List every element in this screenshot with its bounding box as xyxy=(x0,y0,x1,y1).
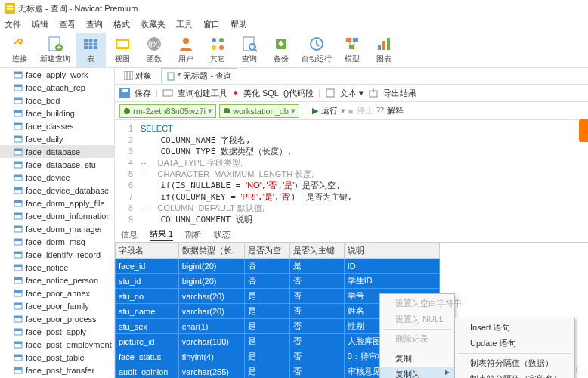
ctx-blank[interactable]: 设置为空白字符串 xyxy=(380,296,454,311)
toolbar-new-query[interactable]: +新建查询 xyxy=(36,33,74,67)
tree-item[interactable]: face_dorm_msg xyxy=(0,235,114,248)
tree-item[interactable]: face_poor_process xyxy=(0,312,114,325)
menu-edit[interactable]: 编辑 xyxy=(32,19,48,30)
text-button[interactable]: 文本 ▾ xyxy=(340,88,364,99)
tree-item[interactable]: face_dorm_information xyxy=(0,209,114,222)
ctx2-update[interactable]: Update 语句 xyxy=(455,336,574,352)
svg-rect-42 xyxy=(14,123,22,125)
ctx2-insert[interactable]: Insert 语句 xyxy=(455,320,574,336)
tab-profile[interactable]: 剖析 xyxy=(185,229,202,240)
connect-icon xyxy=(11,36,28,52)
toolbar-chart[interactable]: 图表 xyxy=(369,33,399,67)
plug-icon xyxy=(123,107,131,115)
tree-item[interactable]: face_database_stu xyxy=(0,158,114,171)
col-header[interactable]: 字段名 xyxy=(116,243,179,259)
tab-query[interactable]: * 无标题 - 查询 xyxy=(161,68,237,83)
tree-item[interactable]: face_daily xyxy=(0,132,114,145)
beautify-button[interactable]: 美化 SQL xyxy=(243,88,279,99)
table-icon xyxy=(14,289,23,298)
menu-query[interactable]: 查询 xyxy=(86,19,103,30)
ctx-copyas[interactable]: 复制为 xyxy=(380,367,454,378)
menu-window[interactable]: 窗口 xyxy=(203,19,220,30)
explain-button[interactable]: 解释 xyxy=(387,105,404,116)
tree-item[interactable]: face_bed xyxy=(0,94,114,107)
tree-item[interactable]: face_dorm_manager xyxy=(0,222,114,235)
menu-view[interactable]: 查看 xyxy=(59,19,76,30)
toolbar-query[interactable]: 查询 xyxy=(234,33,265,67)
toolbar-model[interactable]: 模型 xyxy=(337,33,367,67)
db-dropdown[interactable]: workstation_db▾ xyxy=(219,104,299,118)
context-submenu[interactable]: Insert 语句 Update 语句 制表符分隔值（数据） 制表符分隔值（字段… xyxy=(454,318,575,378)
save-icon[interactable] xyxy=(119,88,130,98)
toolbar-view[interactable]: 视图 xyxy=(107,33,138,67)
toolbar-auto[interactable]: 自动运行 xyxy=(298,33,336,67)
ctx2-tsv-data[interactable]: 制表符分隔值（数据） xyxy=(455,355,574,371)
svg-rect-26 xyxy=(353,38,358,42)
tree-item[interactable]: face_post_table xyxy=(0,351,114,364)
tree-item[interactable]: face_device xyxy=(0,171,114,184)
svg-rect-66 xyxy=(14,277,22,280)
ctx2-tsv-fields[interactable]: 制表符分隔值（字段名） xyxy=(455,371,574,378)
tree-item[interactable]: face_post_transfer xyxy=(0,364,114,376)
menu-favorites[interactable]: 收藏夹 xyxy=(141,19,166,30)
tree-item[interactable]: face_device_database xyxy=(0,184,114,197)
builder-icon[interactable] xyxy=(162,88,173,98)
tree-item[interactable]: face_post_employment xyxy=(0,338,114,351)
tree-item[interactable]: face_apply_work xyxy=(0,68,114,81)
tab-objects[interactable]: 对象 xyxy=(119,69,156,83)
col-header[interactable]: 数据类型（长. xyxy=(178,243,245,259)
sidebar-tree[interactable]: face_apply_workface_attach_repface_bedfa… xyxy=(0,68,115,378)
tree-item[interactable]: face_poor_annex xyxy=(0,287,114,299)
auto-icon xyxy=(308,36,325,52)
export-button[interactable]: 导出结果 xyxy=(383,88,416,99)
menu-help[interactable]: 帮助 xyxy=(231,19,247,30)
svg-rect-2 xyxy=(7,8,14,10)
sql-editor[interactable]: 1SELECT 2 COLUMN_NAME 字段名, 3 COLUMN_TYPE… xyxy=(115,120,588,228)
run-button[interactable]: 运行 xyxy=(321,105,338,116)
toolbar-function[interactable]: f(x)函数 xyxy=(139,33,169,67)
col-header[interactable]: 说明 xyxy=(344,243,439,259)
text-icon[interactable] xyxy=(325,88,336,98)
table-row[interactable]: stu_idbigint(20)否否学生ID xyxy=(116,274,440,289)
tree-item[interactable]: face_notice xyxy=(0,261,114,274)
builder-button[interactable]: 查询创建工具 xyxy=(178,88,227,99)
toolbar-user[interactable]: 用户 xyxy=(171,33,201,67)
doc-icon xyxy=(166,72,175,81)
tree-item[interactable]: face_identify_record xyxy=(0,248,114,261)
save-button[interactable]: 保存 xyxy=(135,88,151,99)
ctx-null[interactable]: 设置为 NULL xyxy=(380,311,454,327)
context-menu[interactable]: 设置为空白字符串 设置为 NULL 删除记录 复制 复制为 粘贴 显示 xyxy=(379,293,455,378)
table-row[interactable]: face_idbigint(20)否是ID xyxy=(116,259,440,274)
table-icon xyxy=(14,96,23,105)
toolbar-other[interactable]: 其它 xyxy=(203,33,233,67)
tree-item[interactable]: face_dorm_apply_file xyxy=(0,197,114,209)
tree-item[interactable]: face_classes xyxy=(0,119,114,132)
tab-info[interactable]: 信息 xyxy=(121,229,138,240)
menu-file[interactable]: 文件 xyxy=(5,19,21,30)
tree-item[interactable]: face_attach_rep xyxy=(0,81,114,94)
svg-rect-50 xyxy=(14,175,22,177)
ctx-copy[interactable]: 复制 xyxy=(380,351,454,367)
svg-rect-36 xyxy=(14,85,22,87)
toolbar-connect[interactable]: 连接 xyxy=(5,33,35,67)
code-button[interactable]: ()代码段 xyxy=(283,88,314,99)
ctx-delete[interactable]: 删除记录 xyxy=(380,331,454,347)
tree-item[interactable]: face_building xyxy=(0,107,114,119)
toolbar-backup[interactable]: 备份 xyxy=(266,33,296,67)
svg-point-19 xyxy=(219,45,224,50)
svg-rect-48 xyxy=(14,162,22,164)
menu-tools[interactable]: 工具 xyxy=(176,19,193,30)
tree-item[interactable]: face_notice_person xyxy=(0,274,114,287)
tree-item[interactable]: face_poor_family xyxy=(0,299,114,312)
tree-item[interactable]: face_post_apply xyxy=(0,325,114,338)
col-header[interactable]: 是否为空 xyxy=(245,243,290,259)
svg-rect-44 xyxy=(14,136,22,138)
tab-result[interactable]: 结果 1 xyxy=(150,228,173,241)
tab-status[interactable]: 状态 xyxy=(214,229,231,240)
export-icon[interactable] xyxy=(368,88,379,98)
tree-item[interactable]: face_database xyxy=(0,145,114,158)
menu-format[interactable]: 格式 xyxy=(113,19,130,30)
col-header[interactable]: 是否为主键 xyxy=(289,243,344,259)
toolbar-table[interactable]: 表 xyxy=(76,33,106,67)
server-dropdown[interactable]: rm-2zetn83n05wz7i▾ xyxy=(119,104,216,118)
